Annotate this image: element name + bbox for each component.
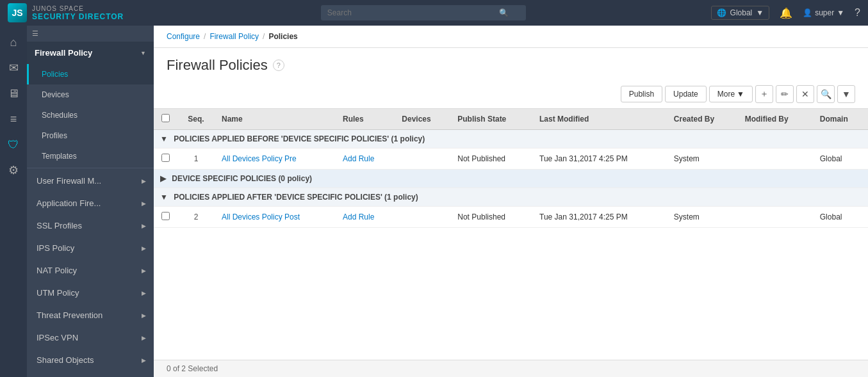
selection-text: 0 of 2 Selected — [167, 364, 218, 373]
update-button[interactable]: Update — [665, 86, 707, 102]
row-modified-by-post — [739, 207, 814, 228]
col-seq: Seq. — [177, 109, 215, 130]
chevron-down-icon: ▼ — [756, 8, 764, 17]
sidebar-item-threat-prevention[interactable]: Threat Prevention — [27, 304, 154, 326]
nav-sidebar: ☰ Firewall Policy Policies Devices Sched… — [27, 26, 154, 377]
sidebar-item-application-fire[interactable]: Application Fire... — [27, 192, 154, 214]
page-title: Firewall Policies ? — [167, 57, 855, 74]
delete-button[interactable]: ✕ — [796, 85, 814, 103]
sidebar-icon-mail[interactable]: ✉ — [2, 56, 25, 79]
sidebar-item-profiles[interactable]: Profiles — [27, 125, 154, 146]
logo-area: JS JUNOS SPACE SECURITY DIRECTOR — [8, 3, 136, 22]
row-domain-post: Global — [814, 207, 868, 228]
add-button[interactable]: ＋ — [755, 85, 773, 103]
table-row: 1 All Devices Policy Pre Add Rule Not Pu… — [154, 148, 868, 170]
breadcrumb-current: Policies — [268, 32, 297, 41]
edit-button[interactable]: ✏ — [776, 85, 794, 103]
search-input[interactable] — [327, 8, 494, 17]
utm-policy-chevron — [142, 289, 146, 296]
page-header: Firewall Policies ? — [154, 48, 868, 80]
header-right: 🌐 Global ▼ 🔔 👤 super ▼ ? — [711, 6, 860, 20]
row-select-post[interactable] — [161, 212, 170, 220]
sidebar-item-ipsec-vpn[interactable]: IPSec VPN — [27, 326, 154, 349]
breadcrumb-configure[interactable]: Configure — [167, 32, 200, 41]
breadcrumb-sep-1: / — [204, 32, 206, 41]
row-created-by-post: System — [667, 207, 739, 228]
notification-icon[interactable]: 🔔 — [780, 7, 792, 19]
sidebar-item-schedules[interactable]: Schedules — [27, 105, 154, 125]
sidebar-item-policies[interactable]: Policies — [27, 64, 154, 84]
search-box[interactable]: 🔍 — [321, 5, 526, 20]
global-selector[interactable]: 🌐 Global ▼ — [711, 6, 770, 20]
help-icon[interactable]: ? — [855, 7, 860, 19]
col-rules: Rules — [336, 109, 395, 130]
sidebar-item-devices[interactable]: Devices — [27, 84, 154, 105]
user-firewall-chevron — [142, 177, 146, 184]
sidebar-item-shared-objects[interactable]: Shared Objects — [27, 349, 154, 371]
col-last-modified: Last Modified — [533, 109, 667, 130]
col-devices: Devices — [395, 109, 451, 130]
group-row-device-specific: ▶ DEVICE SPECIFIC POLICIES (0 policy) — [154, 170, 868, 188]
row-last-modified-post: Tue Jan 31,2017 4:25 PM — [533, 207, 667, 228]
col-modified-by: Modified By — [739, 109, 814, 130]
more-button[interactable]: More ▼ — [709, 86, 753, 102]
nav-divider-1 — [27, 168, 154, 168]
app-fire-chevron — [142, 200, 146, 207]
row-rules-pre[interactable]: Add Rule — [336, 148, 395, 170]
sidebar-item-ips-policy[interactable]: IPS Policy — [27, 237, 154, 259]
breadcrumb-sep-2: / — [263, 32, 265, 41]
sidebar-item-templates[interactable]: Templates — [27, 146, 154, 166]
hamburger-icon: ☰ — [32, 29, 38, 38]
sidebar-icon-home[interactable]: ⌂ — [2, 31, 25, 54]
table-header-row: Seq. Name Rules Devices Publish State La… — [154, 109, 868, 130]
page-help-icon[interactable]: ? — [273, 60, 284, 71]
col-created-by: Created By — [667, 109, 739, 130]
firewall-policy-chevron — [140, 49, 146, 56]
row-devices-post — [395, 207, 451, 228]
ipsec-vpn-chevron — [142, 334, 146, 341]
filter-button[interactable]: ▼ — [837, 85, 855, 103]
ips-policy-chevron — [142, 245, 146, 252]
search-icon: 🔍 — [499, 8, 509, 17]
search-toolbar-icon[interactable]: 🔍 — [817, 85, 835, 103]
sidebar-item-utm-policy[interactable]: UTM Policy — [27, 282, 154, 304]
col-domain: Domain — [814, 109, 868, 130]
sidebar-item-ssl-profiles[interactable]: SSL Profiles — [27, 214, 154, 237]
row-rules-post[interactable]: Add Rule — [336, 207, 395, 228]
sidebar-icon-layers[interactable]: ≡ — [2, 108, 25, 131]
row-name-post[interactable]: All Devices Policy Post — [215, 207, 336, 228]
sidebar-item-setup-wizards[interactable]: Setup Wizards — [27, 371, 154, 377]
sidebar-icon-settings[interactable]: ⚙ — [2, 159, 25, 182]
row-seq-post: 2 — [177, 207, 215, 228]
row-domain-pre: Global — [814, 148, 868, 170]
policies-table: Seq. Name Rules Devices Publish State La… — [154, 109, 868, 228]
row-devices-pre — [395, 148, 451, 170]
before-group-toggle[interactable]: ▼ — [160, 134, 168, 143]
user-area[interactable]: 👤 super ▼ — [803, 8, 844, 17]
table-row: 2 All Devices Policy Post Add Rule Not P… — [154, 207, 868, 228]
row-created-by-pre: System — [667, 148, 739, 170]
ssl-profiles-chevron — [142, 222, 146, 229]
row-select-pre[interactable] — [161, 154, 170, 162]
nav-sidebar-header[interactable]: ☰ — [27, 26, 154, 42]
device-specific-group-toggle[interactable]: ▶ — [160, 174, 166, 183]
sidebar-item-firewall-policy[interactable]: Firewall Policy — [27, 42, 154, 64]
row-last-modified-pre: Tue Jan 31,2017 4:25 PM — [533, 148, 667, 170]
after-group-toggle[interactable]: ▼ — [160, 193, 168, 202]
row-checkbox-post[interactable] — [154, 207, 177, 228]
group-row-after: ▼ POLICIES APPLIED AFTER 'DEVICE SPECIFI… — [154, 188, 868, 207]
select-all-checkbox[interactable] — [161, 114, 170, 122]
threat-prevention-chevron — [142, 312, 146, 319]
row-checkbox-pre[interactable] — [154, 148, 177, 170]
publish-button[interactable]: Publish — [621, 86, 662, 102]
breadcrumb: Configure / Firewall Policy / Policies — [154, 26, 868, 48]
toolbar: Publish Update More ▼ ＋ ✏ ✕ 🔍 ▼ — [154, 80, 868, 109]
row-name-pre[interactable]: All Devices Policy Pre — [215, 148, 336, 170]
sidebar-item-user-firewall[interactable]: User Firewall M... — [27, 170, 154, 192]
sidebar-icon-monitor[interactable]: 🖥 — [2, 82, 25, 105]
breadcrumb-firewall-policy[interactable]: Firewall Policy — [209, 32, 259, 41]
sidebar-item-nat-policy[interactable]: NAT Policy — [27, 259, 154, 282]
main-content: Configure / Firewall Policy / Policies F… — [154, 26, 868, 377]
sidebar-icon-shield[interactable]: 🛡 — [2, 133, 25, 156]
col-checkbox — [154, 109, 177, 130]
